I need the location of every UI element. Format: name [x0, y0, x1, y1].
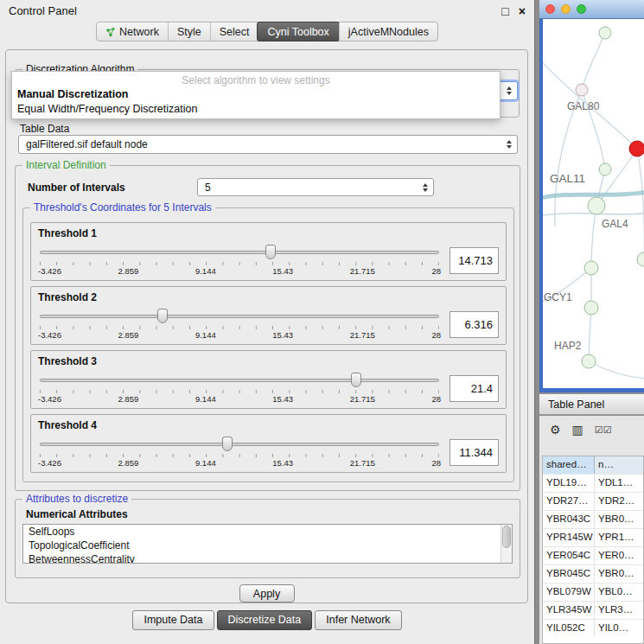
column-header-name[interactable]: n… [595, 456, 643, 474]
threshold-3-value-field[interactable]: 21.4 [450, 375, 499, 402]
network-node[interactable] [576, 84, 588, 96]
network-node[interactable] [637, 252, 644, 266]
cell[interactable]: YBL0… [595, 583, 643, 601]
table-row[interactable]: YBR045CYBR0… [543, 564, 643, 583]
tab-impute-data[interactable]: Impute Data [132, 610, 214, 630]
list-item[interactable]: BetweennessCentrality [23, 552, 512, 564]
network-node[interactable] [584, 261, 598, 275]
cell[interactable]: YBR0… [595, 565, 643, 583]
threshold-4-slider[interactable]: -3.426 2.859 9.144 15.43 21.715 28 [38, 436, 441, 469]
cell[interactable]: YER054C [543, 547, 595, 564]
columns-icon[interactable]: ▥ [572, 423, 583, 449]
threshold-4-panel: Threshold 4 -3.426 2.859 9.144 15.43 [30, 414, 507, 473]
close-traffic-light[interactable] [545, 4, 555, 14]
table-row[interactable]: YDL19…YDL1… [543, 474, 643, 492]
cell[interactable]: YDL1… [595, 475, 643, 492]
network-node[interactable] [599, 163, 611, 175]
tab-jactivemodules[interactable]: jActiveMNodules [339, 22, 437, 41]
slider-thumb[interactable] [222, 437, 233, 451]
slider-track[interactable] [40, 379, 439, 382]
cell[interactable]: YDL19… [543, 475, 595, 492]
close-window-button[interactable]: × [519, 5, 526, 17]
network-canvas[interactable]: GAL80 GAL11 GAL4 GCY1 HAP2 [543, 19, 644, 388]
cell[interactable]: YLR345W [543, 602, 595, 619]
spinner-icon [501, 140, 517, 149]
selected-node[interactable] [629, 141, 644, 156]
table-row[interactable]: YBR043CYBR0… [543, 510, 643, 528]
dropdown-option-manual-discretization[interactable]: Manual Discretization [12, 87, 500, 102]
network-node[interactable] [599, 27, 611, 39]
tab-network[interactable]: Network [97, 22, 168, 41]
float-window-button[interactable]: □ [501, 5, 508, 17]
network-node[interactable] [588, 197, 605, 214]
tab-style[interactable]: Style [168, 22, 210, 41]
slider-thumb[interactable] [265, 245, 276, 259]
minimize-traffic-light[interactable] [561, 4, 571, 14]
threshold-2-slider[interactable]: -3.426 2.859 9.144 15.43 21.715 28 [38, 308, 441, 341]
cell[interactable]: YDR27… [543, 493, 595, 510]
cell[interactable]: YPR145W [543, 529, 595, 546]
table-row[interactable]: YPR145WYPR1… [543, 528, 643, 546]
table-row[interactable]: YDR27…YDR2… [543, 492, 643, 510]
cell[interactable]: YBR045C [543, 565, 595, 583]
settings-icon[interactable]: ⚙ [550, 423, 561, 449]
table-row[interactable]: YLR345WYLR3… [543, 601, 643, 619]
number-of-intervals-value: 5 [205, 182, 211, 194]
threshold-label: Threshold 3 [38, 355, 97, 367]
table-row[interactable]: YIL052CYIL0… [543, 619, 643, 637]
threshold-1-slider[interactable]: -3.426 2.859 9.144 15.43 21.715 28 [38, 244, 441, 277]
table-data-select[interactable]: galFiltered.sif default node [18, 135, 518, 154]
table-row[interactable]: YBL079WYBL0… [543, 583, 643, 601]
cell[interactable]: YER0… [595, 547, 643, 564]
tick-label: 9.144 [195, 330, 216, 340]
network-node[interactable] [582, 354, 596, 368]
cell[interactable]: YPR1… [595, 529, 643, 546]
network-icon [105, 27, 116, 37]
cell[interactable]: YBR043C [543, 511, 595, 528]
network-node[interactable] [584, 301, 598, 315]
dropdown-option-equal-width-frequency[interactable]: Equal Width/Frequency Discretization [12, 102, 500, 117]
list-item[interactable]: TopologicalCoefficient [23, 539, 512, 552]
select-columns-icon[interactable]: ☑☑ [595, 423, 612, 449]
cell[interactable]: YDR2… [595, 493, 643, 510]
number-of-intervals-select[interactable]: 5 [197, 178, 434, 196]
slider-thumb[interactable] [351, 373, 361, 387]
cell[interactable]: YIL052C [543, 620, 595, 637]
tab-select[interactable]: Select [210, 22, 258, 41]
zoom-traffic-light[interactable] [577, 4, 586, 14]
threshold-1-value-field[interactable]: 14.713 [450, 247, 499, 274]
list-item[interactable]: SelfLoops [23, 525, 512, 539]
slider-track[interactable] [40, 443, 439, 446]
spinner-icon [501, 86, 517, 95]
threshold-2-value-field[interactable]: 6.316 [450, 311, 499, 338]
tick-label: 28 [431, 266, 441, 276]
apply-button[interactable]: Apply [239, 584, 295, 603]
cell[interactable]: YBR0… [595, 511, 643, 528]
slider-tick-labels: -3.426 2.859 9.144 15.43 21.715 28 [38, 266, 441, 276]
scrollbar-thumb[interactable] [502, 526, 511, 548]
threshold-3-slider[interactable]: -3.426 2.859 9.144 15.43 21.715 28 [38, 372, 441, 405]
list-scrollbar[interactable] [501, 525, 512, 563]
threshold-4-value-field[interactable]: 11.344 [450, 439, 499, 466]
table-row[interactable]: YER054CYER0… [543, 546, 643, 564]
slider-thumb[interactable] [157, 309, 168, 323]
slider-tick-labels: -3.426 2.859 9.144 15.43 21.715 28 [38, 394, 441, 404]
node-label-gcy1: GCY1 [544, 291, 572, 303]
tab-cyni-toolbox[interactable]: Cyni Toolbox [257, 22, 339, 41]
slider-ticks [40, 326, 439, 329]
cell[interactable]: YBL079W [543, 583, 595, 601]
tab-discretize-data[interactable]: Discretize Data [217, 610, 313, 630]
group-title: Interval Definition [22, 159, 110, 171]
slider-track[interactable] [40, 315, 439, 318]
column-header-shared-name[interactable]: shared… [543, 456, 595, 474]
network-graph: GAL80 GAL11 GAL4 GCY1 HAP2 [543, 19, 644, 388]
group-title: Threshold's Coordinates for 5 Intervals [30, 201, 215, 214]
cyni-toolbox-panel: Discretization Algorithm Select algorith… [5, 49, 528, 603]
tab-infer-network[interactable]: Infer Network [315, 610, 401, 630]
cell[interactable]: YLR3… [595, 602, 643, 619]
slider-track[interactable] [40, 251, 439, 254]
cell[interactable]: YIL0… [595, 620, 643, 637]
tick-label: 21.715 [350, 458, 375, 468]
tick-label: 21.715 [350, 394, 375, 404]
attributes-group: Attributes to discretize Numerical Attri… [15, 499, 520, 578]
